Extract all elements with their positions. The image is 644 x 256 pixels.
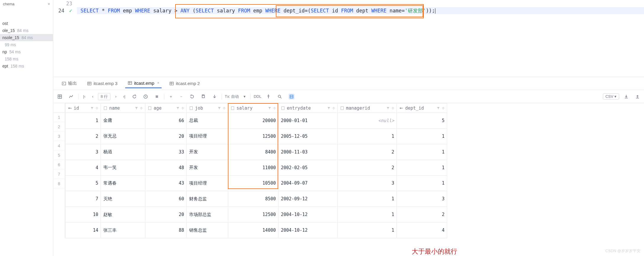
column-header-job[interactable]: job÷ xyxy=(187,103,228,113)
tx-label[interactable]: Tx: 自动 xyxy=(225,94,239,99)
table-view-icon[interactable] xyxy=(56,93,64,100)
cell-dept_id[interactable]: 5 xyxy=(397,113,447,129)
result-tab[interactable]: 输出 xyxy=(59,79,79,88)
cell-managerid[interactable]: 2 xyxy=(338,144,397,160)
row-number[interactable]: 7 xyxy=(53,169,65,179)
table-row[interactable]: 10赵敏20市场部总监125002004-10-1212 xyxy=(65,207,447,223)
cell-salary[interactable]: 20000 xyxy=(228,113,278,129)
clone-icon[interactable] xyxy=(199,93,207,100)
cell-id[interactable]: 4 xyxy=(65,160,101,175)
cell-name[interactable]: 张无忌 xyxy=(101,128,145,144)
cell-entrydate[interactable]: 2004-10-12 xyxy=(278,207,338,223)
cell-entrydate[interactable]: 2004-10-12 xyxy=(278,223,338,238)
cell-id[interactable]: 5 xyxy=(65,175,101,191)
cell-age[interactable]: 66 xyxy=(145,113,187,129)
cell-name[interactable]: 灭绝 xyxy=(101,191,145,207)
cell-managerid[interactable]: 2 xyxy=(338,160,397,175)
last-page-icon[interactable]: ›| xyxy=(121,93,127,100)
first-page-icon[interactable]: |‹ xyxy=(81,93,87,100)
cell-dept_id[interactable]: 1 xyxy=(397,128,447,144)
cell-job[interactable]: 项目经理 xyxy=(187,128,228,144)
cell-job[interactable]: 开发 xyxy=(187,160,228,175)
row-number[interactable]: 6 xyxy=(53,160,65,169)
cell-entrydate[interactable]: 2005-12-05 xyxy=(278,128,338,144)
cell-dept_id[interactable]: 2 xyxy=(397,207,447,223)
cell-job[interactable]: 总裁 xyxy=(187,113,228,129)
cell-age[interactable]: 60 xyxy=(145,191,187,207)
cell-dept_id[interactable]: 1 xyxy=(397,144,447,160)
result-table[interactable]: id÷name÷age÷job÷salary÷entrydate÷manager… xyxy=(65,103,447,238)
console-history-item[interactable]: np54 ms xyxy=(0,48,53,55)
table-row[interactable]: 2张无忌20项目经理125002005-12-0511 xyxy=(65,128,447,144)
add-row-icon[interactable]: ＋ xyxy=(167,93,175,100)
cell-name[interactable]: 常遇春 xyxy=(101,175,145,191)
cell-name[interactable]: 韦一笑 xyxy=(101,160,145,175)
table-row[interactable]: 3杨逍33开发84002000-11-0321 xyxy=(65,144,447,160)
row-number[interactable]: 8 xyxy=(53,179,65,188)
sql-editor[interactable]: 23 24 ✓ SELECT * FROM emp WHERE salary >… xyxy=(53,0,644,77)
cell-name[interactable]: 张三丰 xyxy=(101,223,145,238)
row-number[interactable]: 1 xyxy=(53,113,65,122)
column-header-managerid[interactable]: managerid÷ xyxy=(338,103,397,113)
cell-managerid[interactable]: 3 xyxy=(338,175,397,191)
next-page-icon[interactable]: › xyxy=(113,93,118,100)
column-header-age[interactable]: age÷ xyxy=(145,103,187,113)
column-header-dept_id[interactable]: dept_id÷ xyxy=(397,103,447,113)
pin-icon[interactable] xyxy=(264,93,273,100)
export-format[interactable]: CSV ▾ xyxy=(603,93,619,100)
table-row[interactable]: 5常遇春43项目经理105002004-09-0731 xyxy=(65,175,447,191)
console-history-item[interactable]: 158 ms xyxy=(0,55,53,63)
cell-id[interactable]: 1 xyxy=(65,113,101,129)
cell-salary[interactable]: 12500 xyxy=(228,128,278,144)
cell-salary[interactable]: 11000 xyxy=(228,160,278,175)
cell-managerid[interactable]: 1 xyxy=(338,207,397,223)
cell-name[interactable]: 杨逍 xyxy=(101,144,145,160)
column-header-entrydate[interactable]: entrydate÷ xyxy=(278,103,338,113)
stop-icon[interactable] xyxy=(153,93,161,100)
cell-id[interactable]: 14 xyxy=(65,223,101,238)
column-header-id[interactable]: id÷ xyxy=(65,103,101,113)
cell-name[interactable]: 金庸 xyxy=(101,113,145,129)
row-number[interactable]: 5 xyxy=(53,151,65,160)
ddl-label[interactable]: DDL xyxy=(254,94,261,99)
cell-entrydate[interactable]: 2000-01-01 xyxy=(278,113,338,129)
chart-view-icon[interactable] xyxy=(67,93,75,100)
revert-icon[interactable] xyxy=(188,93,196,100)
remove-row-icon[interactable]: － xyxy=(178,93,185,100)
cell-salary[interactable]: 14000 xyxy=(228,223,278,238)
cell-dept_id[interactable]: 1 xyxy=(397,160,447,175)
cell-age[interactable]: 88 xyxy=(145,223,187,238)
row-number[interactable]: 3 xyxy=(53,132,65,141)
clock-icon[interactable] xyxy=(141,93,150,100)
tx-dropdown-icon[interactable]: ▾ xyxy=(242,93,247,100)
console-history-item[interactable]: ole_1584 ms xyxy=(0,27,53,34)
close-icon[interactable]: × xyxy=(157,81,159,85)
upload-icon[interactable] xyxy=(633,93,642,100)
cell-managerid[interactable]: 1 xyxy=(338,223,397,238)
console-history-item[interactable]: 99 ms xyxy=(0,41,53,48)
console-history-item[interactable]: ept158 ms xyxy=(0,63,53,70)
cell-id[interactable]: 2 xyxy=(65,128,101,144)
cell-age[interactable]: 20 xyxy=(145,128,187,144)
cell-entrydate[interactable]: 2000-11-03 xyxy=(278,144,338,160)
search-icon[interactable] xyxy=(276,93,284,100)
cell-age[interactable]: 33 xyxy=(145,144,187,160)
cell-job[interactable]: 财务总监 xyxy=(187,191,228,207)
cell-dept_id[interactable]: 4 xyxy=(397,223,447,238)
console-history-item[interactable]: nsole_1584 ms xyxy=(0,34,53,41)
close-icon[interactable]: × xyxy=(48,2,50,6)
sql-line[interactable]: SELECT * FROM emp WHERE salary > ANY (SE… xyxy=(77,7,644,14)
table-row[interactable]: 4韦一笑48开发110002002-02-0521 xyxy=(65,160,447,175)
cell-job[interactable]: 市场部总监 xyxy=(187,207,228,223)
cell-salary[interactable]: 8400 xyxy=(228,144,278,160)
cell-job[interactable]: 项目经理 xyxy=(187,175,228,191)
download-icon[interactable] xyxy=(622,93,630,100)
column-header-name[interactable]: name÷ xyxy=(101,103,145,113)
cell-age[interactable]: 43 xyxy=(145,175,187,191)
cell-managerid[interactable]: 1 xyxy=(338,191,397,207)
cell-name[interactable]: 赵敏 xyxy=(101,207,145,223)
table-row[interactable]: 7灭绝60财务总监85002002-09-1213 xyxy=(65,191,447,207)
result-tab[interactable]: itcast.emp 2 xyxy=(167,79,202,88)
cell-job[interactable]: 销售总监 xyxy=(187,223,228,238)
cell-id[interactable]: 7 xyxy=(65,191,101,207)
